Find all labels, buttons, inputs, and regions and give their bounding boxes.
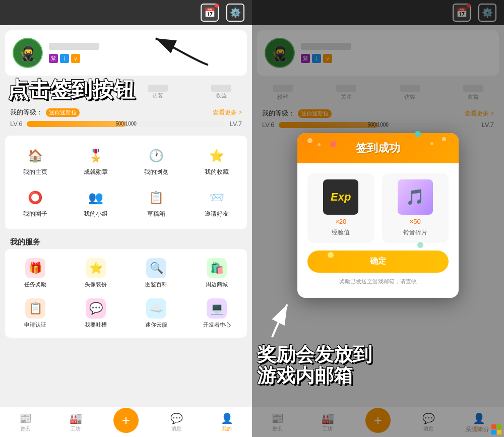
developer-label: 开发者中心 — [203, 321, 231, 329]
level-badge: 迷你迷斯拉 — [46, 108, 80, 117]
exp-count: ×20 — [335, 217, 346, 225]
rewards-row: Exp ×20 经验值 🎵 ×50 — [307, 173, 449, 242]
watermark: 系统米分 — [465, 424, 501, 434]
favorites-label: 我的收藏 — [205, 168, 229, 176]
stat-income[interactable]: 收益 — [211, 85, 231, 100]
nav-mine[interactable]: 👤 我的 — [202, 412, 252, 432]
cloud-icon: ☁️ — [146, 298, 166, 319]
level-progress-text: 500/1000 — [27, 121, 226, 127]
notification-dot — [215, 4, 219, 8]
service-certification[interactable]: 📋 申请认证 — [5, 293, 66, 334]
achievement-label: 成就勋章 — [84, 168, 108, 176]
nav-workshop[interactable]: 🏭 工坊 — [50, 412, 101, 432]
fragment-amount: ×50 — [410, 217, 421, 225]
encyclopedia-icon: 🔍 — [146, 258, 166, 278]
service-grid: 🎁 任务奖励 ⭐ 头像装扮 🔍 图鉴百科 🛍️ 周边商城 📋 申请认证 💬 — [5, 249, 247, 338]
badge-orange: v — [71, 54, 80, 63]
bottom-nav: 📰 资讯 🏭 工坊 + 💬 消息 👤 我的 — [0, 407, 252, 437]
menu-draft[interactable]: 📋 草稿箱 — [126, 182, 186, 224]
service-avatar[interactable]: ⭐ 头像装扮 — [66, 253, 126, 293]
service-encyclopedia[interactable]: 🔍 图鉴百科 — [126, 253, 186, 293]
service-feedback[interactable]: 💬 我要吐槽 — [66, 293, 126, 334]
calendar-button[interactable]: 📅 — [201, 4, 219, 22]
shop-icon: 🛍️ — [207, 258, 227, 278]
nav-news[interactable]: 📰 资讯 — [0, 412, 50, 432]
win-blue — [491, 430, 496, 435]
left-panel: 📅 ⚙️ 点击签到按钮 🥷 — [0, 0, 252, 437]
avatar-deco-label: 头像装扮 — [85, 281, 107, 288]
invite-label: 邀请好友 — [205, 210, 229, 218]
workshop-icon: 🏭 — [70, 412, 82, 424]
home-label: 我的主页 — [23, 168, 47, 176]
watermark-text: 系统米分 — [465, 425, 489, 434]
calendar-icon: 📅 — [204, 7, 215, 18]
menu-browse[interactable]: 🕐 我的浏览 — [126, 141, 186, 182]
badge-blue: i — [60, 54, 69, 63]
visitor-label: 访客 — [148, 92, 168, 99]
menu-invite[interactable]: 📨 邀请好友 — [186, 182, 247, 224]
win-red — [491, 424, 496, 429]
level-section: 我的等级： 迷你迷斯拉 查看更多 > LV.6 500/1000 LV.7 — [0, 104, 252, 132]
developer-icon: 💻 — [207, 298, 227, 319]
cert-icon: 📋 — [25, 298, 45, 319]
menu-favorites[interactable]: ⭐ 我的收藏 — [186, 141, 247, 182]
service-shop[interactable]: 🛍️ 周边商城 — [186, 253, 247, 293]
dialog-body: Exp ×20 经验值 🎵 ×50 — [297, 163, 459, 297]
group-icon: 👥 — [87, 189, 105, 207]
win-green — [497, 424, 502, 429]
shop-label: 周边商城 — [206, 281, 228, 288]
menu-circle[interactable]: ⭕ 我的圈子 — [5, 182, 66, 224]
windows-logo — [491, 424, 501, 434]
settings-button[interactable]: ⚙️ — [226, 4, 244, 22]
browse-label: 我的浏览 — [144, 168, 168, 176]
avatar: 🥷 — [13, 38, 43, 68]
income-count — [211, 85, 231, 92]
win-yellow — [497, 430, 502, 435]
menu-group[interactable]: 👥 我的小组 — [66, 182, 126, 224]
mine-icon: 👤 — [221, 412, 233, 424]
left-annotation: 点击签到按钮 — [8, 78, 135, 101]
level-prefix: 我的等级： — [10, 108, 43, 117]
stat-visitor[interactable]: 访客 — [148, 85, 168, 100]
lv-current: LV.6 — [10, 120, 23, 128]
level-link[interactable]: 查看更多 > — [213, 108, 242, 117]
right-panel: 📅 ⚙️ 🥷 紫 i v — [252, 0, 504, 437]
draft-label: 草稿箱 — [147, 210, 165, 218]
confetti-4 — [417, 242, 423, 248]
confetti-2 — [415, 131, 421, 137]
task-label: 任务奖励 — [24, 281, 46, 288]
signin-success-dialog: 签到成功 Exp ×20 经验值 — [297, 133, 459, 297]
visitor-count — [148, 85, 168, 92]
dialog-decorations — [297, 133, 459, 163]
service-developer[interactable]: 💻 开发者中心 — [186, 293, 247, 334]
nav-plus[interactable]: + — [101, 408, 151, 437]
service-cloud[interactable]: ☁️ 迷你云服 — [126, 293, 186, 334]
group-label: 我的小组 — [84, 210, 108, 218]
cloud-label: 迷你云服 — [145, 321, 167, 329]
exp-icon: Exp — [323, 179, 358, 214]
dialog-footer: 奖励已发送至游戏邮箱，请查收 — [307, 277, 449, 287]
mine-label: 我的 — [222, 425, 232, 432]
services-title: 我的服务 — [0, 233, 252, 249]
right-annotation-text: 奖励会发放到 游戏内邮箱 — [257, 344, 372, 387]
right-arrow — [257, 299, 307, 340]
service-task[interactable]: 🎁 任务奖励 — [5, 253, 66, 293]
fragment-icon: 🎵 — [398, 179, 433, 214]
level-bar-wrapper: 500/1000 — [27, 121, 226, 127]
fragment-image: 🎵 — [398, 179, 433, 214]
plus-button[interactable]: + — [113, 408, 139, 433]
menu-home[interactable]: 🏠 我的主页 — [5, 141, 66, 182]
settings-icon: ⚙️ — [230, 7, 241, 18]
messages-icon: 💬 — [170, 412, 183, 424]
avatar-deco-icon: ⭐ — [86, 258, 106, 278]
nav-messages[interactable]: 💬 消息 — [151, 412, 202, 432]
annotation-line2: 游戏内邮箱 — [257, 365, 353, 386]
right-annotation-container: 奖励会发放到 游戏内邮箱 — [257, 299, 372, 387]
feedback-label: 我要吐槽 — [85, 321, 107, 329]
deco-4 — [430, 142, 433, 145]
level-bar-row: LV.6 500/1000 LV.7 — [10, 120, 242, 128]
confetti-3 — [328, 252, 334, 258]
news-label: 资讯 — [20, 425, 30, 432]
menu-achievement[interactable]: 🎖️ 成就勋章 — [66, 141, 126, 182]
confetti-1 — [330, 141, 336, 147]
